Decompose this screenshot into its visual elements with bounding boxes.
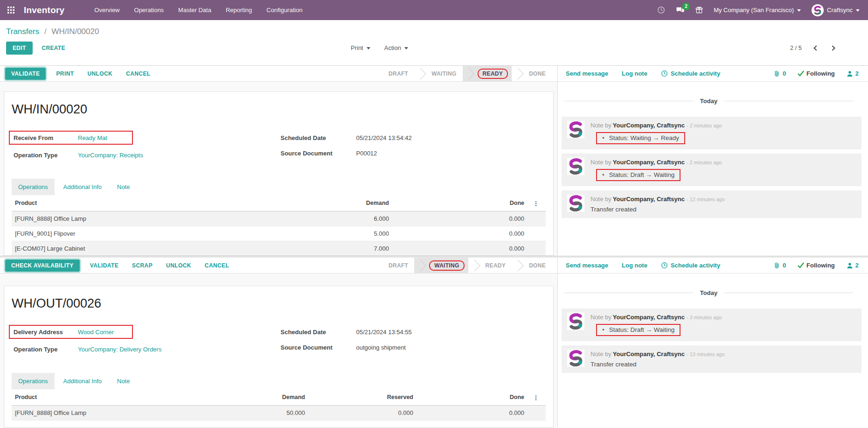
table-cell[interactable]: 5.000 [274, 226, 391, 241]
table-cell[interactable]: 0.000 [307, 406, 415, 420]
nav-menu-item[interactable]: Overview [94, 7, 119, 14]
avatar [567, 350, 584, 367]
notebook-tab[interactable]: Note [111, 373, 136, 389]
column-header[interactable]: Done [415, 390, 526, 405]
form-field: Receive From Ready Mat [9, 131, 133, 145]
user-menu[interactable]: Craftsync [812, 4, 860, 16]
status-step[interactable]: READY [468, 258, 512, 273]
table-cell[interactable]: [FURN_9001] Flipover [12, 226, 274, 241]
table-cell[interactable]: 0.000 [391, 226, 526, 241]
nav-menu-item[interactable]: Operations [134, 7, 164, 14]
field-value[interactable]: Ready Mat [78, 134, 107, 141]
chevron-down-icon [856, 9, 860, 12]
schedule-activity-button[interactable]: Schedule activity [661, 70, 720, 77]
pager-next-icon[interactable] [830, 45, 835, 50]
status-step[interactable]: READY [463, 66, 512, 81]
table-cell[interactable]: [E-COM07] Large Cabinet [12, 241, 274, 256]
attachments-button[interactable]: 0 [773, 262, 786, 269]
pager-previous-icon[interactable] [813, 45, 819, 50]
chatter-message: Note byYourCompany, Craftsync- 3 minutes… [562, 309, 861, 341]
statusbar-action-button[interactable]: SCRAP [127, 260, 157, 271]
send-message-button[interactable]: Send message [566, 70, 608, 77]
print-dropdown[interactable]: Print [351, 44, 370, 51]
apps-grid-icon[interactable] [7, 7, 14, 14]
table-row[interactable]: [FURN_9001] Flipover5.0000.000 [12, 226, 546, 241]
status-step[interactable]: WAITING [414, 258, 468, 273]
table-cell[interactable]: 0.000 [391, 211, 526, 226]
edit-button[interactable]: EDIT [6, 42, 33, 55]
column-header[interactable]: Product [12, 196, 274, 211]
status-step[interactable]: DRAFT [382, 66, 414, 81]
nav-menu-item[interactable]: Reporting [226, 7, 252, 14]
following-toggle[interactable]: Following [798, 262, 835, 269]
field-value[interactable]: YourCompany: Receipts [78, 152, 143, 159]
table-row[interactable]: [FURN_8888] Office Lamp6.0000.000 [12, 211, 546, 226]
date-divider: Today [564, 289, 853, 296]
status-step[interactable]: WAITING [414, 66, 462, 81]
notebook-tab[interactable]: Operations [12, 373, 55, 389]
person-icon [847, 262, 853, 269]
breadcrumb-separator: / [44, 27, 47, 36]
table-cell[interactable]: 50.000 [203, 406, 307, 420]
field-value[interactable]: Wood Corner [78, 329, 114, 336]
column-options-icon[interactable]: ⋮ [526, 196, 546, 211]
action-dropdown[interactable]: Action [384, 44, 408, 51]
gift-icon[interactable] [695, 6, 703, 14]
message-body: Transfer created [590, 206, 637, 213]
statusbar-action-button[interactable]: PRINT [51, 68, 78, 79]
breadcrumb-transfers-link[interactable]: Transfers [6, 27, 39, 36]
statusbar-action-button[interactable]: CANCEL [121, 68, 155, 79]
chatter-message: Note byYourCompany, Craftsync- 12 minute… [562, 190, 861, 218]
create-button[interactable]: CREATE [42, 45, 65, 51]
log-note-button[interactable]: Log note [622, 262, 647, 269]
table-cell[interactable]: 0.000 [415, 406, 526, 420]
log-note-button[interactable]: Log note [622, 70, 647, 77]
column-options-icon[interactable]: ⋮ [526, 390, 546, 405]
field-value[interactable]: YourCompany: Delivery Orders [78, 346, 161, 353]
table-cell[interactable]: 0.000 [391, 241, 526, 256]
schedule-activity-button[interactable]: Schedule activity [661, 262, 720, 269]
control-panel: Transfers / WH/IN/00020 EDIT CREATE Prin… [0, 20, 868, 65]
column-header[interactable]: Demand [274, 196, 391, 211]
column-header[interactable]: Reserved [307, 390, 415, 405]
company-switcher[interactable]: My Company (San Francisco) [714, 7, 801, 14]
column-header[interactable]: Product [12, 390, 203, 405]
statusbar-action-button[interactable]: CANCEL [200, 260, 234, 271]
field-label: Scheduled Date [281, 329, 356, 336]
column-header[interactable]: Demand [203, 390, 307, 405]
nav-menu-item[interactable]: Master Data [178, 7, 211, 14]
notebook-tab[interactable]: Operations [12, 179, 55, 195]
notebook-tab[interactable]: Additional Info [57, 373, 108, 389]
table-row[interactable]: [FURN_8888] Office Lamp50.0000.0000.000 [12, 406, 546, 421]
notebook-tab[interactable]: Note [111, 179, 136, 195]
following-toggle[interactable]: Following [798, 70, 835, 77]
activities-clock-icon[interactable] [657, 6, 665, 14]
statusbar-action-button[interactable]: VALIDATE [85, 260, 123, 271]
statusbar-action-button[interactable]: CHECK AVAILABILITY [5, 260, 80, 272]
nav-menu-item[interactable]: Configuration [266, 7, 302, 14]
followers-button[interactable]: 2 [847, 262, 859, 269]
table-cell[interactable]: [FURN_8888] Office Lamp [12, 406, 203, 420]
statusbar-action-button[interactable]: UNLOCK [161, 260, 196, 271]
messages-icon[interactable]: 2 [676, 7, 685, 14]
statusbar-action-button[interactable]: UNLOCK [83, 68, 117, 79]
form-field: Operation Type YourCompany: Receipts [12, 148, 279, 162]
table-cell[interactable]: 6.000 [274, 211, 391, 226]
status-step[interactable]: DONE [512, 66, 552, 81]
statusbar-action-button[interactable]: VALIDATE [5, 68, 46, 80]
clock-icon [661, 262, 668, 269]
table-cell[interactable]: [FURN_8888] Office Lamp [12, 211, 274, 226]
attachments-button[interactable]: 0 [773, 70, 786, 77]
field-value: outgoing shipment [356, 344, 406, 351]
send-message-button[interactable]: Send message [566, 262, 608, 269]
top-navbar: Inventory OverviewOperationsMaster DataR… [0, 0, 868, 20]
field-label: Scheduled Date [281, 134, 356, 141]
status-step[interactable]: DONE [512, 258, 552, 273]
table-cell[interactable]: 7.000 [274, 241, 391, 256]
message-author: YourCompany, Craftsync [613, 196, 685, 203]
notebook-tab[interactable]: Additional Info [57, 179, 108, 195]
column-header[interactable]: Done [391, 196, 526, 211]
followers-button[interactable]: 2 [847, 70, 859, 77]
table-row[interactable]: [E-COM07] Large Cabinet7.0000.000 [12, 241, 546, 256]
status-step[interactable]: DRAFT [382, 258, 414, 273]
